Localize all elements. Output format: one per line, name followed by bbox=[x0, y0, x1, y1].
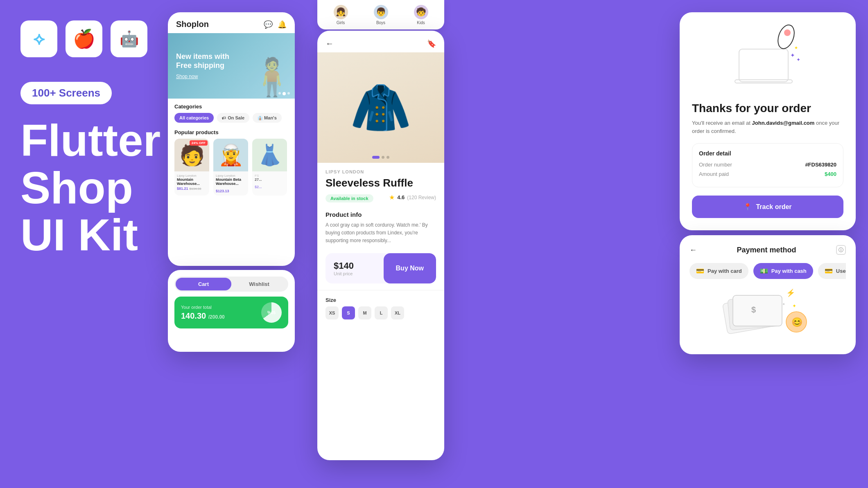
product-card-2[interactable]: 🧝 Lipsy London Mountain Beta Warehouse..… bbox=[213, 139, 248, 196]
img-dot-2[interactable] bbox=[382, 156, 384, 159]
order-number-row: Order number #FDS639820 bbox=[699, 162, 836, 168]
stock-badge: Available in stock bbox=[326, 194, 373, 202]
amount-paid-value: $400 bbox=[825, 171, 836, 177]
amount-paid-label: Amount paid bbox=[699, 171, 729, 177]
svg-rect-9 bbox=[733, 295, 782, 326]
rocket-illustration: ✦ ★ ✦ bbox=[692, 25, 843, 98]
card-icon: 💳 bbox=[696, 267, 704, 275]
rating-value: 4.6 bbox=[397, 194, 405, 200]
tab-wishlist[interactable]: Wishlist bbox=[231, 278, 287, 290]
app-logo: Shoplon bbox=[176, 20, 209, 29]
size-m[interactable]: M bbox=[358, 306, 371, 319]
order-total-box: Your order total 140.30 /200.00 %65 bbox=[174, 297, 288, 328]
payment-header: ← Payment method ⓘ bbox=[689, 245, 846, 255]
android-icon-box[interactable]: 🤖 bbox=[111, 20, 147, 57]
tag-icon: 🏷 bbox=[222, 116, 226, 120]
product-image-2: 🧝 bbox=[213, 139, 248, 171]
chat-icon[interactable]: 💬 bbox=[264, 20, 273, 29]
payment-title: Payment method bbox=[737, 246, 796, 254]
img-dot-3[interactable] bbox=[387, 156, 389, 159]
order-detail-title: Order detail bbox=[699, 150, 836, 157]
buy-now-button[interactable]: Buy Now bbox=[384, 253, 436, 283]
image-dots bbox=[372, 156, 389, 159]
svg-text:★: ★ bbox=[794, 45, 798, 50]
hero-banner: New items withFree shipping Shop now 🧍 bbox=[168, 33, 295, 99]
star-icon: ★ bbox=[389, 193, 395, 201]
product-description: A cool gray cap in soft corduroy. Watch … bbox=[326, 221, 436, 245]
shirt-icon: 👔 bbox=[258, 116, 262, 120]
img-dot-1[interactable] bbox=[372, 156, 380, 159]
order-detail-box: Order detail Order number #FDS639820 Amo… bbox=[692, 143, 843, 187]
product-detail-header: ← 🔖 bbox=[317, 31, 444, 52]
cards-illustration: $ ⚡ ✦ ✦ 😊 bbox=[689, 279, 846, 344]
svg-text:✦: ✦ bbox=[792, 303, 796, 309]
category-girls[interactable]: 👧 Girls bbox=[334, 5, 348, 25]
flutter-icon-box[interactable]: ⟡ bbox=[20, 20, 57, 57]
track-order-button[interactable]: 📍 Track order bbox=[692, 196, 843, 218]
product-info-1: Lipsy London Mountain Warehouse... $81.2… bbox=[174, 171, 209, 192]
payment-methods: 💳 Pay with card 💵 Pay with cash 💳 Use... bbox=[689, 263, 846, 279]
tab-all-categories[interactable]: All categories bbox=[174, 113, 214, 123]
product-row: 🧑 24% OFF Lipsy London Mountain Warehous… bbox=[174, 139, 288, 196]
svg-text:😊: 😊 bbox=[791, 317, 803, 328]
product-brand: LIPSY LONDON bbox=[326, 169, 436, 174]
payment-card: ← Payment method ⓘ 💳 Pay with card 💵 Pay… bbox=[680, 235, 856, 354]
svg-rect-0 bbox=[739, 49, 788, 82]
order-number-value: #FDS639820 bbox=[805, 162, 836, 168]
progress-circle: %65 bbox=[261, 302, 282, 323]
size-xl[interactable]: XL bbox=[391, 306, 404, 319]
hero-person: 🧍 bbox=[249, 56, 295, 99]
order-number-label: Order number bbox=[699, 162, 732, 168]
shop-now-btn[interactable]: Shop now bbox=[176, 74, 229, 79]
pay-with-cash-method[interactable]: 💵 Pay with cash bbox=[753, 263, 813, 279]
pay-with-card-method[interactable]: 💳 Pay with card bbox=[689, 263, 748, 279]
size-options: XS S M L XL bbox=[326, 306, 436, 319]
product-detail-info: LIPSY LONDON Sleeveless Ruffle Available… bbox=[317, 163, 444, 290]
thanks-email: John.davids@gmail.com bbox=[752, 120, 815, 126]
other-pay-icon: 💳 bbox=[825, 267, 833, 275]
size-s[interactable]: S bbox=[342, 306, 355, 319]
tab-on-sale[interactable]: 🏷 On Sale bbox=[217, 113, 249, 123]
popular-products-section: Popular products 🧑 24% OFF Lipsy London … bbox=[168, 125, 295, 200]
phone-header: Shoplon 💬 🔔 bbox=[168, 12, 295, 33]
thanks-title: Thanks for your order bbox=[692, 102, 843, 115]
amount-paid-row: Amount paid $400 bbox=[699, 171, 836, 177]
header-icons: 💬 🔔 bbox=[264, 20, 287, 29]
size-selector-section: Size XS S M L XL bbox=[317, 290, 444, 326]
size-l[interactable]: L bbox=[375, 306, 388, 319]
tab-mans[interactable]: 👔 Man's bbox=[253, 113, 282, 123]
product-info-2: Lipsy London Mountain Beta Warehouse... … bbox=[213, 171, 248, 196]
product-image-3: 👗 bbox=[252, 139, 287, 171]
product-card-1[interactable]: 🧑 24% OFF Lipsy London Mountain Warehous… bbox=[174, 139, 209, 196]
apple-icon-box[interactable]: 🍎 bbox=[66, 20, 102, 57]
size-xs[interactable]: XS bbox=[326, 306, 339, 319]
svg-text:⚡: ⚡ bbox=[786, 288, 796, 297]
android-icon: 🤖 bbox=[120, 30, 139, 48]
cart-phone: Cart Wishlist Your order total 140.30 /2… bbox=[168, 270, 295, 352]
tab-cart[interactable]: Cart bbox=[176, 278, 231, 290]
svg-text:✦: ✦ bbox=[796, 57, 800, 63]
product-main-image: 🧥 bbox=[317, 52, 444, 163]
svg-point-3 bbox=[784, 29, 791, 36]
rocket-svg: ✦ ★ ✦ bbox=[727, 25, 809, 86]
payment-info-button[interactable]: ⓘ bbox=[836, 245, 846, 255]
bell-icon[interactable]: 🔔 bbox=[278, 20, 287, 29]
bookmark-button[interactable]: 🔖 bbox=[427, 39, 436, 48]
cash-illustration-svg: $ ⚡ ✦ ✦ 😊 bbox=[717, 283, 819, 340]
pay-other-method[interactable]: 💳 Use... bbox=[818, 263, 846, 279]
product-card-3[interactable]: 👗 FS 27... $2... bbox=[252, 139, 287, 196]
thanks-subtitle: You'll receive an email at John.davids@g… bbox=[692, 119, 843, 135]
back-button[interactable]: ← bbox=[326, 39, 334, 48]
apple-icon: 🍎 bbox=[73, 28, 95, 49]
category-boys[interactable]: 👦 Boys bbox=[374, 5, 388, 25]
payment-back-button[interactable]: ← bbox=[689, 246, 697, 254]
category-kids[interactable]: 🧒 Kids bbox=[414, 5, 428, 25]
flutter-icon: ⟡ bbox=[33, 29, 45, 49]
size-label: Size bbox=[326, 297, 436, 303]
price-box: $140 Unit price bbox=[326, 253, 384, 283]
product-image-1: 🧑 24% OFF bbox=[174, 139, 209, 171]
sale-badge-1: 24% OFF bbox=[190, 140, 208, 146]
categories-section: Categories All categories 🏷 On Sale 👔 Ma… bbox=[168, 99, 295, 125]
product-detail-phone: ← 🔖 🧥 LIPSY LONDON Sleeveless Ruffle Ava… bbox=[317, 31, 444, 460]
shop-browse-phone: Shoplon 💬 🔔 New items withFree shipping … bbox=[168, 12, 295, 266]
